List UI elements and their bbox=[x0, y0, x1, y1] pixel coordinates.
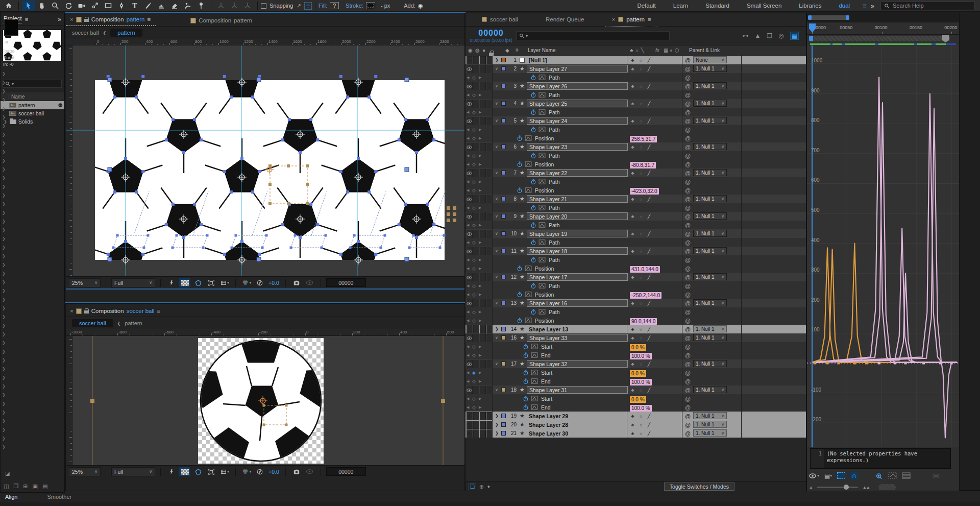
pickwhip-icon[interactable]: @ bbox=[685, 203, 691, 212]
video-toggle[interactable] bbox=[467, 412, 473, 420]
next-keyframe-icon[interactable]: ▶ bbox=[479, 255, 481, 264]
stopwatch-icon[interactable] bbox=[517, 316, 523, 325]
selection-handle[interactable] bbox=[230, 190, 233, 194]
take-snapshot-icon[interactable] bbox=[291, 278, 302, 287]
stopwatch-icon[interactable] bbox=[530, 281, 536, 290]
audio-toggle[interactable] bbox=[473, 360, 479, 368]
next-keyframe-icon[interactable]: ▶ bbox=[479, 90, 481, 99]
selection-handle[interactable] bbox=[200, 138, 203, 141]
effects-switch[interactable]: ╱ bbox=[645, 229, 653, 238]
stopwatch-icon[interactable] bbox=[523, 368, 529, 377]
label-color-chip[interactable] bbox=[501, 101, 506, 106]
pickwhip-icon[interactable]: @ bbox=[685, 299, 691, 307]
solo-toggle[interactable] bbox=[480, 117, 486, 125]
prev-keyframe-icon[interactable]: ◀ bbox=[467, 394, 469, 403]
selection-handle[interactable] bbox=[223, 75, 226, 78]
snap-magnet-icon[interactable]: ∩ bbox=[850, 472, 857, 479]
layer-name[interactable]: Shape Layer 32 bbox=[527, 360, 628, 368]
selection-handle[interactable] bbox=[346, 95, 349, 99]
row-expand-icon[interactable]: ❯ bbox=[2, 176, 6, 180]
quality-switch[interactable]: ☼ bbox=[637, 142, 645, 151]
stopwatch-icon[interactable] bbox=[530, 90, 536, 99]
selection-handle[interactable] bbox=[230, 95, 233, 99]
draft-3d-icon[interactable]: ▲ bbox=[755, 32, 761, 39]
label-color-chip[interactable] bbox=[501, 249, 506, 253]
prev-keyframe-icon[interactable]: ◀ bbox=[467, 151, 469, 160]
property-name[interactable]: Position bbox=[535, 290, 554, 299]
transfer-controls-icon[interactable]: ⊕ bbox=[479, 484, 483, 490]
layer-name-column-header[interactable]: Layer Name bbox=[528, 47, 555, 53]
selection-handle[interactable] bbox=[357, 240, 360, 243]
collapse-transformations-switch[interactable]: ♣ bbox=[629, 212, 636, 221]
timeline-property-row[interactable]: ◀ ◆ ▶ Start0.0 %@ bbox=[465, 368, 806, 377]
property-name[interactable]: Path bbox=[549, 90, 560, 99]
video-toggle[interactable] bbox=[467, 195, 473, 203]
keyframe-toggle-icon[interactable]: ◆ bbox=[472, 368, 476, 377]
row-expand-icon[interactable]: ❯ bbox=[2, 315, 6, 319]
quality-switch[interactable]: ☼ bbox=[637, 412, 645, 420]
parent-select[interactable]: 1. Null 1∨ bbox=[693, 143, 727, 150]
panel-menu-icon[interactable]: ≡ bbox=[157, 308, 161, 314]
snap-box-icon[interactable]: ⊹ bbox=[304, 2, 312, 10]
pickwhip-icon[interactable]: @ bbox=[685, 125, 691, 134]
selection-handle[interactable] bbox=[299, 151, 302, 154]
stopwatch-icon[interactable] bbox=[530, 307, 536, 316]
viewer-tab-soccer-ball[interactable]: × Composition soccer ball ≡ bbox=[66, 308, 165, 317]
layer-name[interactable]: Shape Layer 28 bbox=[527, 421, 628, 428]
selection-handle[interactable] bbox=[346, 190, 349, 194]
row-expand-icon[interactable]: ❯ bbox=[2, 401, 6, 406]
delete-item-icon[interactable]: ▤ bbox=[42, 483, 47, 490]
show-snapshot-icon[interactable] bbox=[304, 278, 315, 287]
eraser-tool[interactable] bbox=[168, 1, 181, 11]
quality-switch[interactable]: ☼ bbox=[637, 229, 645, 238]
keyframe-toggle-icon[interactable]: ◇ bbox=[472, 108, 476, 116]
label-color-chip[interactable] bbox=[501, 66, 506, 71]
expand-collapse-icon[interactable]: ∨ bbox=[495, 99, 498, 108]
collapse-transformations-switch[interactable]: ♣ bbox=[629, 142, 636, 151]
selection-handle[interactable] bbox=[316, 223, 319, 226]
pickwhip-icon[interactable]: @ bbox=[685, 368, 691, 377]
selection-handle[interactable] bbox=[339, 75, 342, 78]
take-snapshot-icon[interactable] bbox=[291, 467, 302, 476]
video-toggle[interactable] bbox=[467, 334, 473, 342]
parent-select[interactable]: 1. Null 1∨ bbox=[693, 429, 727, 437]
keyframe-marker[interactable] bbox=[853, 362, 856, 365]
layer-name[interactable]: Shape Layer 26 bbox=[527, 82, 628, 90]
property-name[interactable]: Start bbox=[541, 394, 552, 403]
tan-handle[interactable] bbox=[287, 164, 290, 167]
effects-switch[interactable]: ╱ bbox=[645, 247, 653, 255]
prev-keyframe-icon[interactable]: ◀ bbox=[467, 125, 469, 134]
solo-toggle[interactable] bbox=[480, 299, 486, 307]
parent-select[interactable]: 1. Null 1∨ bbox=[693, 386, 727, 393]
label-color-chip[interactable] bbox=[501, 422, 506, 427]
layer-name[interactable]: Shape Layer 18 bbox=[527, 247, 628, 255]
property-name[interactable]: Path bbox=[549, 177, 560, 186]
row-expand-icon[interactable]: ❯ bbox=[2, 358, 6, 363]
pickwhip-icon[interactable]: @ bbox=[685, 403, 691, 412]
graph-toggle-icon[interactable] bbox=[538, 151, 546, 160]
effects-switch[interactable]: ╱ bbox=[645, 429, 653, 438]
close-icon[interactable]: × bbox=[70, 16, 74, 22]
graph-toggle-icon[interactable] bbox=[538, 221, 546, 229]
effects-switch[interactable]: ╱ bbox=[645, 273, 653, 281]
channel-select-icon[interactable]: ▾ bbox=[241, 278, 252, 287]
next-keyframe-icon[interactable]: ▶ bbox=[479, 264, 481, 273]
stroke-width-value[interactable]: - px bbox=[381, 3, 390, 9]
prev-keyframe-icon[interactable]: ◀ bbox=[467, 307, 469, 316]
property-name[interactable]: Start bbox=[541, 342, 552, 351]
timeline-zoom-slider[interactable] bbox=[817, 487, 858, 488]
graph-toggle-icon[interactable] bbox=[525, 186, 532, 195]
property-name[interactable]: Path bbox=[549, 221, 560, 229]
label-color-chip[interactable] bbox=[501, 301, 506, 305]
property-name[interactable]: Position bbox=[535, 134, 554, 142]
pickwhip-icon[interactable]: @ bbox=[685, 325, 691, 333]
prev-keyframe-icon[interactable]: ◀ bbox=[467, 134, 469, 142]
effects-switch[interactable]: ╱ bbox=[645, 195, 653, 203]
solo-toggle[interactable] bbox=[480, 169, 486, 177]
selection-handle[interactable] bbox=[258, 170, 261, 173]
audio-toggle[interactable] bbox=[473, 421, 479, 429]
selection-handle[interactable] bbox=[368, 190, 371, 194]
stopwatch-icon[interactable] bbox=[530, 177, 536, 186]
timeline-layer-row[interactable]: ∨ 7 ★ Shape Layer 22 ♣ ☼ ╱ @ 1. Null 1∨ bbox=[465, 168, 806, 177]
pickwhip-icon[interactable]: @ bbox=[685, 281, 691, 290]
